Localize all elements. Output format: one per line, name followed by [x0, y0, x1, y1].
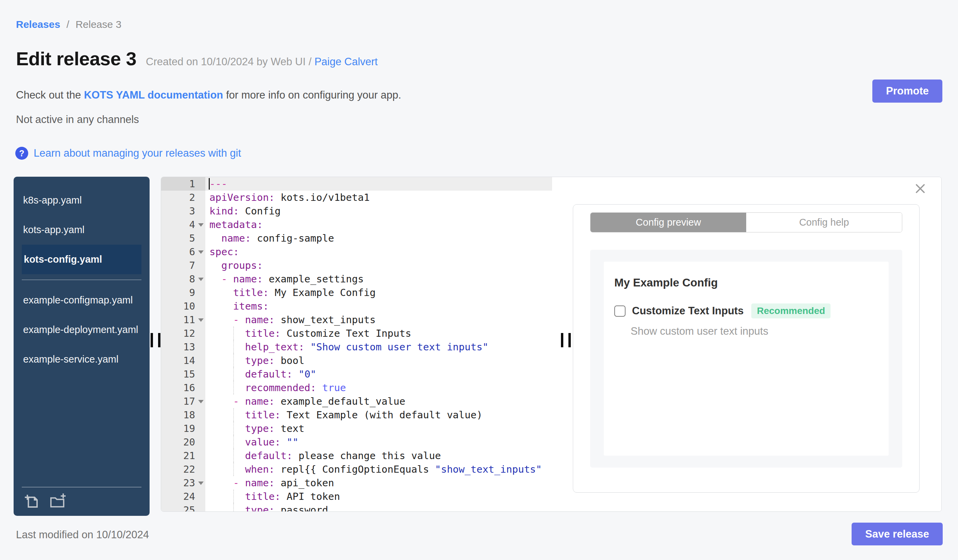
- editor-line[interactable]: 11 - name: show_text_inputs: [161, 313, 552, 327]
- line-number: 19: [161, 422, 205, 435]
- file-item[interactable]: k8s-app.yaml: [14, 185, 149, 215]
- file-item[interactable]: example-deployment.yaml: [14, 315, 149, 345]
- code-text[interactable]: recommended: true: [205, 381, 552, 394]
- editor-line[interactable]: 12 title: Customize Text Inputs: [161, 327, 552, 340]
- code-text[interactable]: type: text: [205, 422, 552, 435]
- line-number: 18: [161, 408, 205, 422]
- code-text[interactable]: title: Customize Text Inputs: [205, 327, 552, 340]
- add-folder-icon[interactable]: [49, 493, 67, 509]
- channel-status: Not active in any channels: [16, 114, 139, 126]
- created-meta: Created on 10/10/2024 by Web UI / Paige …: [146, 56, 378, 68]
- docs-prefix: Check out the: [16, 89, 84, 101]
- editor-line[interactable]: 9 title: My Example Config: [161, 286, 552, 299]
- line-number: 20: [161, 435, 205, 449]
- save-release-button[interactable]: Save release: [852, 523, 943, 546]
- editor-line[interactable]: 16 recommended: true: [161, 381, 552, 394]
- code-text[interactable]: value: "": [205, 435, 552, 449]
- editor-line[interactable]: 1---: [161, 177, 552, 191]
- editor-line[interactable]: 19 type: text: [161, 422, 552, 435]
- fold-arrow-icon[interactable]: [198, 223, 204, 227]
- fold-arrow-icon[interactable]: [198, 278, 204, 281]
- sidebar-resize-handle[interactable]: [151, 333, 160, 347]
- breadcrumb-releases-link[interactable]: Releases: [16, 19, 60, 30]
- resize-bar: [568, 333, 571, 347]
- git-link-label[interactable]: Learn about managing your releases with …: [34, 147, 241, 159]
- code-editor[interactable]: 1---2apiVersion: kots.io/v1beta13kind: C…: [161, 177, 552, 511]
- code-text[interactable]: title: API token: [205, 490, 552, 503]
- code-text[interactable]: - name: api_token: [205, 476, 552, 490]
- file-item[interactable]: kots-config.yaml: [22, 245, 141, 274]
- editor-line[interactable]: 7 groups:: [161, 259, 552, 272]
- editor-line[interactable]: 21 default: please change this value: [161, 449, 552, 462]
- editor-line[interactable]: 23 - name: api_token: [161, 476, 552, 490]
- code-text[interactable]: kind: Config: [205, 204, 552, 218]
- code-text[interactable]: ---: [205, 177, 552, 191]
- code-text[interactable]: spec:: [205, 245, 552, 259]
- editor-line[interactable]: 15 default: "0": [161, 367, 552, 381]
- preview-card: Config preview Config help My Example Co…: [573, 204, 920, 493]
- editor-line[interactable]: 20 value: "": [161, 435, 552, 449]
- code-text[interactable]: type: bool: [205, 354, 552, 367]
- code-text[interactable]: title: Text Example (with default value): [205, 408, 552, 422]
- tab-config-help[interactable]: Config help: [746, 213, 902, 232]
- code-text[interactable]: name: config-sample: [205, 231, 552, 245]
- code-text[interactable]: - name: example_settings: [205, 272, 552, 286]
- code-text[interactable]: - name: show_text_inputs: [205, 313, 552, 327]
- editor-line[interactable]: 22 when: repl{{ ConfigOptionEquals "show…: [161, 462, 552, 476]
- line-number: 7: [161, 259, 205, 272]
- customize-text-inputs-checkbox[interactable]: [614, 305, 625, 317]
- editor-line[interactable]: 5 name: config-sample: [161, 231, 552, 245]
- code-text[interactable]: items:: [205, 299, 552, 313]
- editor-container: 1---2apiVersion: kots.io/v1beta13kind: C…: [161, 177, 942, 512]
- code-text[interactable]: default: "0": [205, 367, 552, 381]
- code-text[interactable]: - name: example_default_value: [205, 394, 552, 408]
- line-number: 24: [161, 490, 205, 503]
- line-number: 12: [161, 327, 205, 340]
- code-text[interactable]: title: My Example Config: [205, 286, 552, 299]
- fold-arrow-icon[interactable]: [198, 318, 204, 322]
- line-number: 16: [161, 381, 205, 394]
- code-text[interactable]: default: please change this value: [205, 449, 552, 462]
- tab-config-preview[interactable]: Config preview: [590, 213, 746, 232]
- sidebar-footer: [22, 487, 141, 516]
- kots-docs-link[interactable]: KOTS YAML documentation: [84, 89, 223, 101]
- panel-resize-handle[interactable]: [561, 333, 571, 347]
- promote-button[interactable]: Promote: [872, 79, 942, 103]
- editor-line[interactable]: 14 type: bool: [161, 354, 552, 367]
- fold-arrow-icon[interactable]: [198, 400, 204, 403]
- line-number: 15: [161, 367, 205, 381]
- editor-line[interactable]: 18 title: Text Example (with default val…: [161, 408, 552, 422]
- editor-line[interactable]: 25 type: password: [161, 503, 552, 511]
- editor-line[interactable]: 3kind: Config: [161, 204, 552, 218]
- file-item[interactable]: kots-app.yaml: [14, 215, 149, 245]
- config-item-help-text: Show custom user text inputs: [614, 325, 878, 337]
- editor-line[interactable]: 13 help_text: "Show custom user text inp…: [161, 340, 552, 354]
- code-text[interactable]: type: password: [205, 503, 552, 511]
- add-file-icon[interactable]: [24, 493, 40, 509]
- git-help-link[interactable]: ? Learn about managing your releases wit…: [15, 147, 241, 160]
- editor-line[interactable]: 2apiVersion: kots.io/v1beta1: [161, 191, 552, 204]
- created-author-link[interactable]: Paige Calvert: [314, 56, 378, 68]
- file-sidebar: k8s-app.yamlkots-app.yamlkots-config.yam…: [14, 177, 149, 516]
- fold-arrow-icon[interactable]: [198, 250, 204, 254]
- code-text[interactable]: metadata:: [205, 218, 552, 231]
- file-item[interactable]: example-configmap.yaml: [14, 285, 149, 315]
- line-number: 23: [161, 476, 205, 490]
- close-icon[interactable]: [914, 182, 926, 195]
- last-modified-text: Last modified on 10/10/2024: [16, 529, 149, 541]
- file-item[interactable]: example-service.yaml: [14, 345, 149, 374]
- editor-line[interactable]: 8 - name: example_settings: [161, 272, 552, 286]
- line-number: 4: [161, 218, 205, 231]
- breadcrumb-current: Release 3: [76, 19, 121, 30]
- code-text[interactable]: when: repl{{ ConfigOptionEquals "show_te…: [205, 462, 552, 476]
- fold-arrow-icon[interactable]: [198, 481, 204, 485]
- editor-line[interactable]: 6spec:: [161, 245, 552, 259]
- code-text[interactable]: apiVersion: kots.io/v1beta1: [205, 191, 552, 204]
- editor-line[interactable]: 17 - name: example_default_value: [161, 394, 552, 408]
- editor-line[interactable]: 10 items:: [161, 299, 552, 313]
- preview-content-area: My Example Config Customize Text Inputs …: [590, 250, 902, 468]
- code-text[interactable]: help_text: "Show custom user text inputs…: [205, 340, 552, 354]
- editor-line[interactable]: 4metadata:: [161, 218, 552, 231]
- code-text[interactable]: groups:: [205, 259, 552, 272]
- editor-line[interactable]: 24 title: API token: [161, 490, 552, 503]
